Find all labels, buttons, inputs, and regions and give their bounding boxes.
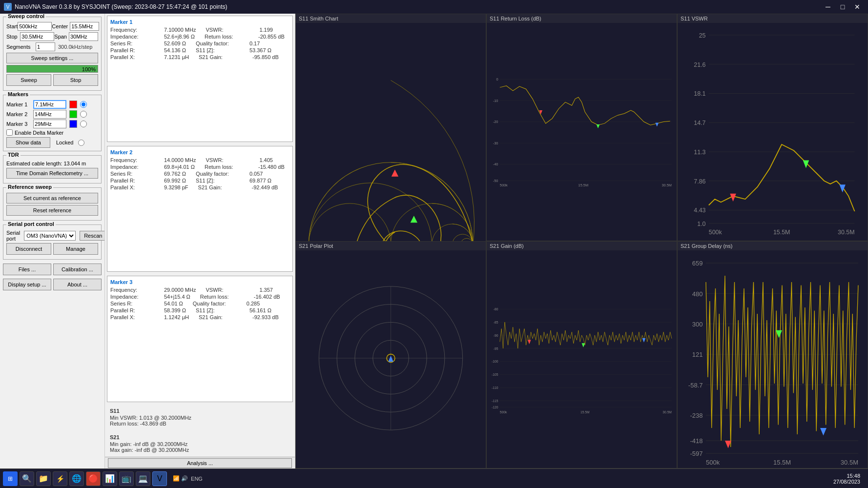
locked-radio[interactable] [78, 140, 84, 146]
progress-container: 100% [6, 65, 98, 73]
svg-text:-597: -597 [690, 450, 703, 457]
marker3-row: Marker 3 [6, 120, 98, 128]
disconnect-button[interactable]: Disconnect [6, 243, 51, 255]
svg-text:30.5M: 30.5M [841, 459, 858, 466]
minimize-button[interactable]: ─ [821, 2, 835, 12]
svg-text:11.3: 11.3 [694, 149, 705, 156]
tdr-group: TDR Estimated cable length: 13.044 m Tim… [3, 155, 102, 183]
display-about-buttons: Display setup ... About ... [3, 279, 102, 290]
m2-pr-value: 69.992 Ω [164, 178, 186, 183]
marker1-input[interactable] [33, 100, 66, 109]
display-setup-button[interactable]: Display setup ... [3, 279, 51, 290]
taskbar-icon-search[interactable]: 🔍 [20, 471, 34, 486]
marker1-color[interactable] [69, 101, 77, 108]
reset-reference-button[interactable]: Reset reference [6, 205, 98, 216]
svg-text:4.43: 4.43 [694, 207, 705, 214]
manage-button[interactable]: Manage [53, 243, 98, 255]
taskbar-icon-arduino[interactable]: ⚡ [53, 471, 67, 486]
m3-rl-value: -16.402 dB [254, 294, 280, 300]
close-button[interactable]: ✕ [850, 2, 864, 12]
m3-qf-value: 0.285 [247, 301, 260, 306]
taskbar-clock: 15:48 27/08/2023 [833, 473, 865, 485]
m1-s21g-label: S21 Gain: [199, 54, 252, 60]
marker2-radio[interactable] [80, 111, 87, 118]
m1-pr-label: Parallel R: [110, 47, 164, 53]
taskbar: ⊞ 🔍 📁 ⚡ 🌐 🔴 📊 📺 💻 V 📶 🔊 ENG 15:48 27/08/… [0, 468, 868, 488]
maximize-button[interactable]: □ [836, 2, 849, 12]
segments-input[interactable] [36, 42, 55, 51]
span-input[interactable] [69, 32, 98, 41]
m3-pr-value: 58.399 Ω [164, 307, 186, 313]
taskbar-icon-files[interactable]: 📁 [36, 471, 51, 486]
span-label: Span [54, 34, 69, 40]
m2-freq-value: 14.0000 MHz [164, 157, 196, 163]
center-label: Center [52, 23, 70, 29]
marker3-data-title: Marker 3 [110, 279, 289, 285]
center-input[interactable] [70, 22, 99, 31]
serial-action-buttons: Disconnect Manage [6, 243, 98, 255]
m1-px-row: Parallel X: 7.1231 μH S21 Gain: -95.850 … [110, 54, 289, 60]
vswr-title: S11 VSWR [678, 14, 868, 23]
set-reference-button[interactable]: Set current as reference [6, 193, 98, 203]
s11-return-loss-chart: S11 Return Loss (dB) 0 -10 [486, 14, 677, 241]
marker3-color[interactable] [69, 120, 77, 128]
taskbar-icon-app2[interactable]: 🔴 [86, 471, 101, 486]
sweep-settings-button[interactable]: Sweep settings ... [6, 53, 98, 63]
svg-text:30.5M: 30.5M [838, 229, 855, 236]
marker2-input[interactable] [33, 110, 66, 119]
m1-sr-label: Series R: [110, 41, 164, 46]
sweep-button[interactable]: Sweep [6, 74, 51, 86]
m1-s21g-value: -95.850 dB [252, 54, 279, 60]
m3-sr-value: 54.01 Ω [164, 301, 183, 306]
marker3-radio[interactable] [80, 121, 87, 127]
m3-s21g-label: S21 Gain: [199, 314, 252, 320]
svg-text:659: 659 [692, 260, 703, 267]
taskbar-icon-app5[interactable]: 💻 [136, 471, 150, 486]
window-title: NanoVNA Saver 0.3.8 by SYSJOINT (Sweep: … [15, 3, 227, 10]
taskbar-icon-nanosaver[interactable]: V [152, 471, 167, 486]
stop-button[interactable]: Stop [53, 74, 98, 86]
clock-date: 27/08/2023 [833, 479, 860, 485]
m1-freq-value: 7.10000 MHz [164, 27, 196, 33]
marker3-input[interactable] [33, 120, 66, 128]
svg-text:500k: 500k [709, 229, 723, 236]
tray-icons: 📶 🔊 [173, 475, 188, 482]
taskbar-icon-app4[interactable]: 📺 [119, 471, 134, 486]
svg-text:15.5M: 15.5M [773, 229, 790, 236]
start-input[interactable] [18, 22, 52, 31]
show-data-button[interactable]: Show data [6, 137, 50, 148]
analysis-button[interactable]: Analysis ... [108, 458, 292, 468]
left-panel: Sweep control Start Center Stop Span Seg… [0, 14, 105, 468]
svg-text:30.5M: 30.5M [662, 410, 672, 414]
serial-port-select[interactable]: OM3 (NanoVNA) [24, 231, 76, 241]
m1-pr-value: 54.136 Ω [164, 47, 186, 53]
segments-row: Segments 300.0kHz/step [6, 42, 98, 51]
group-delay-area: 659 480 300 121 -58.7 -238 -418 -597 500… [678, 250, 868, 466]
taskbar-icon-browser[interactable]: 🌐 [69, 471, 84, 486]
polar-chart-area [296, 250, 486, 466]
files-button[interactable]: Files ... [3, 264, 51, 275]
m3-s11z-label: S11 [Z]: [196, 307, 249, 313]
tdr-button[interactable]: Time Domain Reflectometry ... [6, 168, 98, 179]
m3-rl-label: Return loss: [200, 294, 254, 300]
about-button[interactable]: About ... [53, 279, 102, 290]
svg-text:-115: -115 [492, 399, 498, 403]
marker1-radio[interactable] [80, 101, 87, 108]
marker2-data-section: Marker 2 Frequency: 14.0000 MHz VSWR: 1.… [107, 146, 293, 272]
delta-marker-checkbox[interactable] [6, 129, 13, 136]
m2-pr-label: Parallel R: [110, 178, 164, 183]
rescan-button[interactable]: Rescan [80, 231, 105, 241]
stop-input[interactable] [20, 32, 54, 41]
taskbar-icon-app3[interactable]: 📊 [103, 471, 117, 486]
m3-freq-label: Frequency: [110, 287, 164, 293]
marker2-color[interactable] [69, 110, 77, 118]
start-button[interactable]: ⊞ [3, 471, 18, 486]
svg-text:-58.7: -58.7 [688, 382, 703, 389]
m1-s11z-value: 53.367 Ω [249, 47, 271, 53]
svg-text:30.5M: 30.5M [661, 183, 671, 187]
calibration-button[interactable]: Calibration ... [53, 264, 102, 275]
sweep-buttons: Sweep Stop [6, 74, 98, 86]
charts-panel: S11 Smith Chart [295, 14, 868, 468]
cable-length: Estimated cable length: 13.044 m [6, 161, 98, 166]
m1-sr-value: 52.609 Ω [164, 41, 186, 46]
